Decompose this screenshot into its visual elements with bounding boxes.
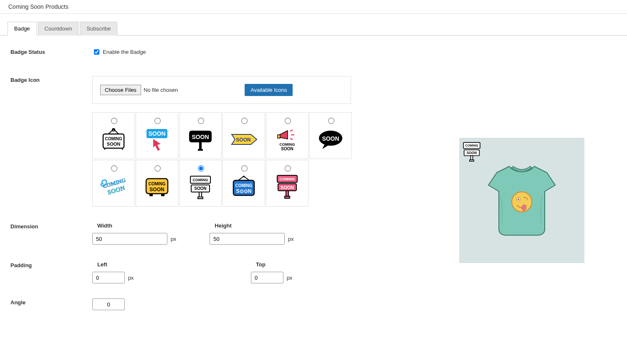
coming-soon-yellow-icon: COMING SOON [142, 174, 172, 200]
padding-left-label: Left [97, 261, 217, 268]
soon-black-bubble-icon: SOON [316, 127, 346, 152]
svg-line-38 [244, 176, 249, 180]
svg-text:SOON: SOON [281, 185, 294, 190]
icon-radio-9[interactable] [198, 165, 204, 172]
svg-rect-54 [470, 160, 474, 161]
svg-text:COMING: COMING [148, 182, 165, 186]
svg-text:COMING: COMING [235, 183, 252, 188]
icon-option-9[interactable]: COMING SOON [179, 160, 222, 207]
svg-point-39 [243, 176, 245, 177]
svg-rect-30 [161, 194, 164, 196]
svg-marker-10 [153, 139, 161, 151]
svg-text:SOON: SOON [148, 130, 165, 137]
coming-soon-blue-icon: COMING S⊙⊙N [229, 174, 259, 200]
icon-option-6[interactable]: SOON [309, 112, 352, 159]
width-input[interactable] [92, 233, 167, 245]
svg-point-57 [518, 199, 519, 200]
icon-radio-10[interactable] [241, 165, 248, 172]
height-input[interactable] [210, 233, 285, 245]
icon-radio-11[interactable] [285, 165, 291, 172]
icon-option-4[interactable]: SOON [222, 112, 265, 159]
file-status: No file chosen [144, 87, 178, 93]
svg-line-0 [109, 129, 114, 134]
soon-yellow-arrow-icon: SOON [229, 127, 259, 152]
svg-rect-29 [149, 194, 153, 196]
svg-rect-35 [199, 192, 202, 197]
icon-option-5[interactable]: COMING SOON [266, 112, 308, 159]
svg-marker-17 [279, 131, 288, 139]
padding-top-unit: px [287, 275, 293, 281]
icon-radio-2[interactable] [154, 118, 161, 124]
svg-text:S⊙⊙N: S⊙⊙N [236, 188, 252, 194]
icon-option-7[interactable]: COMING SOON [92, 160, 135, 207]
svg-text:SOON: SOON [194, 186, 206, 191]
available-icons-button[interactable]: Available Icons [245, 84, 293, 96]
angle-label: Angle [10, 298, 92, 310]
svg-rect-14 [198, 149, 203, 151]
width-label: Width [97, 222, 176, 229]
icon-option-8[interactable]: COMING SOON [136, 160, 178, 207]
tab-subscribe[interactable]: Subscribe [80, 22, 117, 35]
svg-rect-36 [198, 197, 203, 199]
svg-text:COMING: COMING [105, 136, 122, 141]
page-title: Coming Soon Products [0, 0, 627, 14]
svg-text:SOON: SOON [149, 187, 164, 192]
svg-text:SOON: SOON [236, 137, 250, 143]
svg-rect-18 [278, 135, 280, 138]
icon-radio-7[interactable] [111, 165, 117, 172]
icon-option-11[interactable]: COMING SOON [266, 160, 308, 207]
icon-radio-3[interactable] [198, 118, 204, 124]
icon-option-2[interactable]: SOON [136, 112, 178, 159]
svg-rect-53 [471, 156, 473, 160]
coming-soon-megaphone-icon: COMING SOON [272, 127, 302, 152]
badge-icon-label: Badge Icon [10, 76, 92, 207]
badge-status-label: Badge Status [10, 48, 92, 56]
svg-point-2 [112, 129, 115, 131]
tab-badge[interactable]: Badge [8, 22, 37, 35]
svg-text:COMING: COMING [193, 178, 208, 182]
badge-preview: COMING SOON [459, 138, 584, 263]
angle-input[interactable] [92, 298, 125, 310]
svg-rect-48 [285, 196, 290, 198]
coming-soon-pink-icon: COMING SOON [272, 174, 302, 200]
coming-soon-sign-icon: COMING SOON [99, 127, 129, 152]
svg-text:SOON: SOON [192, 134, 209, 140]
width-unit: px [171, 236, 177, 242]
choose-files-button[interactable]: Choose Files [100, 85, 141, 95]
padding-top-label: Top [256, 261, 292, 268]
svg-text:COMING: COMING [280, 142, 295, 147]
height-unit: px [288, 236, 294, 242]
enable-badge-text: Enable the Badge [103, 49, 146, 55]
dimension-label: Dimension [10, 222, 92, 245]
soon-black-sign-icon: SOON [185, 127, 215, 152]
icon-radio-5[interactable] [285, 118, 291, 124]
coming-soon-outline-sign-icon: COMING SOON [185, 174, 215, 200]
icon-option-1[interactable]: COMING SOON [92, 112, 135, 159]
icon-radio-6[interactable] [328, 118, 334, 124]
icon-grid: COMING SOON SOON [92, 112, 352, 207]
svg-marker-22 [322, 144, 329, 149]
coming-soon-neon-icon: COMING SOON [99, 174, 129, 200]
tabs: Badge Countdown Subscribe [0, 21, 627, 35]
icon-option-10[interactable]: COMING S⊙⊙N [222, 160, 265, 207]
preview-badge-icon: COMING SOON [462, 141, 482, 163]
svg-text:SOON: SOON [281, 147, 293, 151]
svg-line-1 [114, 129, 119, 134]
height-label: Height [215, 222, 293, 229]
enable-badge-checkbox[interactable] [94, 49, 99, 55]
svg-point-58 [522, 205, 526, 211]
svg-line-37 [238, 176, 244, 180]
padding-left-unit: px [128, 275, 134, 281]
svg-text:SOON: SOON [107, 142, 120, 147]
icon-radio-1[interactable] [111, 118, 117, 124]
padding-top-input[interactable] [251, 272, 283, 283]
svg-text:COMING: COMING [465, 144, 478, 147]
svg-text:COMING: COMING [280, 177, 295, 181]
padding-left-input[interactable] [92, 272, 125, 283]
icon-option-3[interactable]: SOON [179, 112, 222, 159]
icon-radio-8[interactable] [154, 165, 161, 172]
svg-text:SOON: SOON [467, 151, 477, 155]
soon-cursor-arrow-icon: SOON [142, 127, 172, 152]
icon-radio-4[interactable] [241, 118, 248, 124]
tab-countdown[interactable]: Countdown [38, 22, 79, 35]
